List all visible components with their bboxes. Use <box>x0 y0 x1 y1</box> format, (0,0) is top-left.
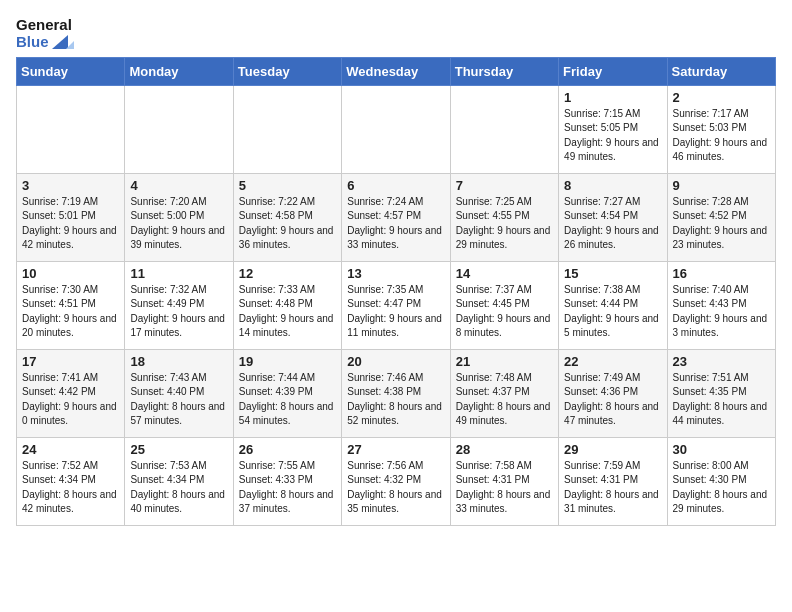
calendar-cell: 23Sunrise: 7:51 AM Sunset: 4:35 PM Dayli… <box>667 349 775 437</box>
weekday-header: Friday <box>559 57 667 85</box>
day-number: 6 <box>347 178 444 193</box>
page-container: General Blue SundayMondayTuesdayWednesda… <box>0 0 792 536</box>
day-number: 25 <box>130 442 227 457</box>
day-number: 23 <box>673 354 770 369</box>
calendar-cell: 16Sunrise: 7:40 AM Sunset: 4:43 PM Dayli… <box>667 261 775 349</box>
calendar-cell: 18Sunrise: 7:43 AM Sunset: 4:40 PM Dayli… <box>125 349 233 437</box>
day-number: 9 <box>673 178 770 193</box>
weekday-header: Thursday <box>450 57 558 85</box>
calendar-cell: 24Sunrise: 7:52 AM Sunset: 4:34 PM Dayli… <box>17 437 125 525</box>
logo: General Blue <box>16 16 74 51</box>
cell-info: Sunrise: 7:27 AM Sunset: 4:54 PM Dayligh… <box>564 195 661 253</box>
calendar-cell: 26Sunrise: 7:55 AM Sunset: 4:33 PM Dayli… <box>233 437 341 525</box>
calendar-cell: 22Sunrise: 7:49 AM Sunset: 4:36 PM Dayli… <box>559 349 667 437</box>
logo-triangle-icon <box>52 35 74 49</box>
cell-info: Sunrise: 7:43 AM Sunset: 4:40 PM Dayligh… <box>130 371 227 429</box>
cell-info: Sunrise: 7:17 AM Sunset: 5:03 PM Dayligh… <box>673 107 770 165</box>
calendar-cell: 2Sunrise: 7:17 AM Sunset: 5:03 PM Daylig… <box>667 85 775 173</box>
cell-info: Sunrise: 7:52 AM Sunset: 4:34 PM Dayligh… <box>22 459 119 517</box>
day-number: 28 <box>456 442 553 457</box>
cell-info: Sunrise: 7:41 AM Sunset: 4:42 PM Dayligh… <box>22 371 119 429</box>
day-number: 5 <box>239 178 336 193</box>
day-number: 7 <box>456 178 553 193</box>
calendar-cell: 20Sunrise: 7:46 AM Sunset: 4:38 PM Dayli… <box>342 349 450 437</box>
cell-info: Sunrise: 7:30 AM Sunset: 4:51 PM Dayligh… <box>22 283 119 341</box>
calendar-cell: 19Sunrise: 7:44 AM Sunset: 4:39 PM Dayli… <box>233 349 341 437</box>
calendar-cell: 10Sunrise: 7:30 AM Sunset: 4:51 PM Dayli… <box>17 261 125 349</box>
cell-info: Sunrise: 7:51 AM Sunset: 4:35 PM Dayligh… <box>673 371 770 429</box>
calendar-cell <box>17 85 125 173</box>
day-number: 21 <box>456 354 553 369</box>
cell-info: Sunrise: 7:19 AM Sunset: 5:01 PM Dayligh… <box>22 195 119 253</box>
calendar-header: SundayMondayTuesdayWednesdayThursdayFrid… <box>17 57 776 85</box>
calendar-cell <box>233 85 341 173</box>
day-number: 26 <box>239 442 336 457</box>
day-number: 1 <box>564 90 661 105</box>
calendar-cell: 27Sunrise: 7:56 AM Sunset: 4:32 PM Dayli… <box>342 437 450 525</box>
calendar-cell: 11Sunrise: 7:32 AM Sunset: 4:49 PM Dayli… <box>125 261 233 349</box>
cell-info: Sunrise: 7:59 AM Sunset: 4:31 PM Dayligh… <box>564 459 661 517</box>
day-number: 3 <box>22 178 119 193</box>
calendar-cell: 28Sunrise: 7:58 AM Sunset: 4:31 PM Dayli… <box>450 437 558 525</box>
cell-info: Sunrise: 7:32 AM Sunset: 4:49 PM Dayligh… <box>130 283 227 341</box>
cell-info: Sunrise: 7:15 AM Sunset: 5:05 PM Dayligh… <box>564 107 661 165</box>
day-number: 13 <box>347 266 444 281</box>
header: General Blue <box>16 16 776 51</box>
cell-info: Sunrise: 7:46 AM Sunset: 4:38 PM Dayligh… <box>347 371 444 429</box>
day-number: 2 <box>673 90 770 105</box>
calendar-cell: 21Sunrise: 7:48 AM Sunset: 4:37 PM Dayli… <box>450 349 558 437</box>
calendar-cell: 6Sunrise: 7:24 AM Sunset: 4:57 PM Daylig… <box>342 173 450 261</box>
calendar-cell: 5Sunrise: 7:22 AM Sunset: 4:58 PM Daylig… <box>233 173 341 261</box>
weekday-header: Wednesday <box>342 57 450 85</box>
calendar-cell: 1Sunrise: 7:15 AM Sunset: 5:05 PM Daylig… <box>559 85 667 173</box>
cell-info: Sunrise: 7:55 AM Sunset: 4:33 PM Dayligh… <box>239 459 336 517</box>
cell-info: Sunrise: 7:25 AM Sunset: 4:55 PM Dayligh… <box>456 195 553 253</box>
calendar-cell <box>450 85 558 173</box>
cell-info: Sunrise: 7:48 AM Sunset: 4:37 PM Dayligh… <box>456 371 553 429</box>
svg-marker-0 <box>52 35 68 49</box>
cell-info: Sunrise: 7:38 AM Sunset: 4:44 PM Dayligh… <box>564 283 661 341</box>
calendar-cell: 13Sunrise: 7:35 AM Sunset: 4:47 PM Dayli… <box>342 261 450 349</box>
calendar-cell: 25Sunrise: 7:53 AM Sunset: 4:34 PM Dayli… <box>125 437 233 525</box>
day-number: 12 <box>239 266 336 281</box>
calendar-cell: 14Sunrise: 7:37 AM Sunset: 4:45 PM Dayli… <box>450 261 558 349</box>
cell-info: Sunrise: 7:24 AM Sunset: 4:57 PM Dayligh… <box>347 195 444 253</box>
day-number: 10 <box>22 266 119 281</box>
calendar-cell: 30Sunrise: 8:00 AM Sunset: 4:30 PM Dayli… <box>667 437 775 525</box>
day-number: 22 <box>564 354 661 369</box>
calendar-cell: 9Sunrise: 7:28 AM Sunset: 4:52 PM Daylig… <box>667 173 775 261</box>
cell-info: Sunrise: 7:44 AM Sunset: 4:39 PM Dayligh… <box>239 371 336 429</box>
day-number: 17 <box>22 354 119 369</box>
calendar-cell: 17Sunrise: 7:41 AM Sunset: 4:42 PM Dayli… <box>17 349 125 437</box>
calendar-cell: 29Sunrise: 7:59 AM Sunset: 4:31 PM Dayli… <box>559 437 667 525</box>
cell-info: Sunrise: 7:28 AM Sunset: 4:52 PM Dayligh… <box>673 195 770 253</box>
weekday-header: Tuesday <box>233 57 341 85</box>
calendar-cell <box>342 85 450 173</box>
calendar-cell: 12Sunrise: 7:33 AM Sunset: 4:48 PM Dayli… <box>233 261 341 349</box>
cell-info: Sunrise: 7:20 AM Sunset: 5:00 PM Dayligh… <box>130 195 227 253</box>
calendar-cell <box>125 85 233 173</box>
day-number: 30 <box>673 442 770 457</box>
day-number: 11 <box>130 266 227 281</box>
day-number: 20 <box>347 354 444 369</box>
calendar-body: 1Sunrise: 7:15 AM Sunset: 5:05 PM Daylig… <box>17 85 776 525</box>
cell-info: Sunrise: 7:35 AM Sunset: 4:47 PM Dayligh… <box>347 283 444 341</box>
cell-info: Sunrise: 7:40 AM Sunset: 4:43 PM Dayligh… <box>673 283 770 341</box>
cell-info: Sunrise: 7:53 AM Sunset: 4:34 PM Dayligh… <box>130 459 227 517</box>
day-number: 19 <box>239 354 336 369</box>
day-number: 8 <box>564 178 661 193</box>
weekday-header: Sunday <box>17 57 125 85</box>
day-number: 24 <box>22 442 119 457</box>
day-number: 29 <box>564 442 661 457</box>
logo-text: General Blue <box>16 16 74 51</box>
cell-info: Sunrise: 7:22 AM Sunset: 4:58 PM Dayligh… <box>239 195 336 253</box>
weekday-header: Saturday <box>667 57 775 85</box>
calendar-cell: 4Sunrise: 7:20 AM Sunset: 5:00 PM Daylig… <box>125 173 233 261</box>
day-number: 4 <box>130 178 227 193</box>
weekday-header: Monday <box>125 57 233 85</box>
cell-info: Sunrise: 7:58 AM Sunset: 4:31 PM Dayligh… <box>456 459 553 517</box>
day-number: 16 <box>673 266 770 281</box>
cell-info: Sunrise: 7:33 AM Sunset: 4:48 PM Dayligh… <box>239 283 336 341</box>
cell-info: Sunrise: 7:37 AM Sunset: 4:45 PM Dayligh… <box>456 283 553 341</box>
day-number: 14 <box>456 266 553 281</box>
